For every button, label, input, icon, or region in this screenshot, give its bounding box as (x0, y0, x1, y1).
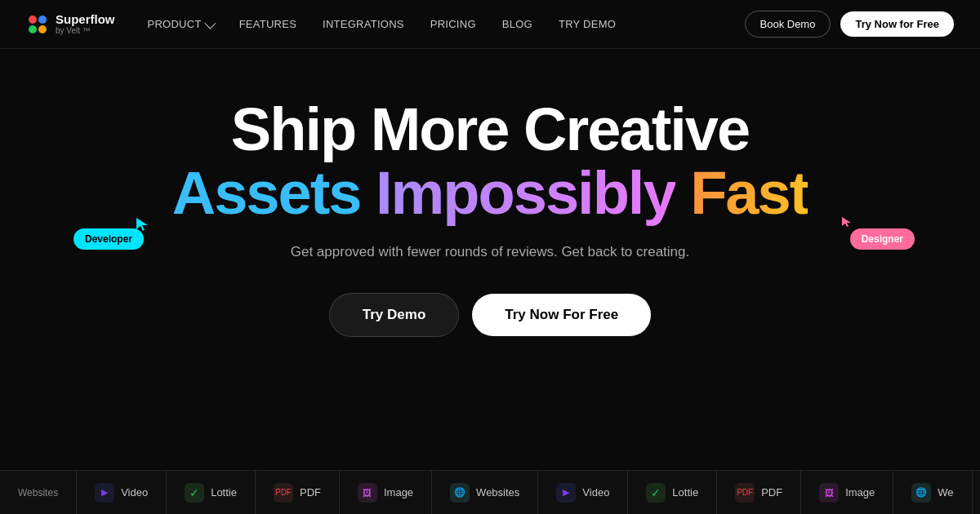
try-now-free-hero-button[interactable]: Try Now For Free (472, 294, 651, 336)
svg-point-2 (29, 25, 37, 33)
list-item: Websites (973, 471, 980, 515)
list-item: 🌐 Websites (432, 471, 538, 515)
nav-actions: Book Demo Try Now for Free (745, 11, 955, 38)
websites-icon: 🌐 (450, 483, 470, 503)
list-item: ▶ Video (538, 471, 628, 515)
image-icon: 🖼 (819, 483, 839, 503)
brand-sub: by Velt ™ (56, 26, 115, 35)
list-item: 🖼 Image (340, 471, 432, 515)
nav-try-demo[interactable]: TRY DEMO (559, 18, 616, 30)
logo[interactable]: Superflow by Velt ™ (26, 13, 115, 36)
list-item: Websites (0, 471, 77, 515)
hero-subtitle: Get approved with fewer rounds of review… (291, 241, 690, 263)
navbar: Superflow by Velt ™ PRODUCT FEATURES INT… (0, 0, 980, 49)
lottie-icon: ✓ (646, 483, 666, 503)
list-item: 🖼 Image (801, 471, 893, 515)
hero-word-impossibly: Impossibly (376, 159, 675, 227)
hero-word-assets: Assets (172, 159, 361, 227)
svg-point-1 (38, 16, 47, 24)
svg-marker-5 (842, 217, 851, 227)
list-item: ✓ Lottie (628, 471, 717, 515)
hero-buttons: Try Demo Try Now For Free (329, 293, 651, 337)
list-item: 🌐 We (893, 471, 972, 515)
svg-point-0 (29, 16, 37, 24)
list-item: PDF PDF (717, 471, 801, 515)
hero-section: Developer Designer Ship More Creative As… (0, 49, 980, 353)
video-icon: ▶ (95, 483, 114, 503)
nav-features[interactable]: FEATURES (239, 18, 296, 30)
book-demo-button[interactable]: Book Demo (745, 11, 831, 38)
brand-name: Superflow (56, 13, 115, 27)
svg-point-3 (38, 25, 47, 33)
chevron-down-icon (204, 17, 216, 29)
image-icon: 🖼 (358, 483, 377, 503)
marquee-strip: Websites ▶ Video ✓ Lottie PDF PDF 🖼 Imag… (0, 470, 980, 514)
nav-pricing[interactable]: PRICING (430, 18, 476, 30)
nav-integrations[interactable]: INTEGRATIONS (323, 18, 404, 30)
hero-title-line1: Ship More Creative (231, 98, 749, 162)
lottie-icon: ✓ (185, 483, 204, 503)
nav-product[interactable]: PRODUCT (148, 18, 213, 30)
try-demo-button[interactable]: Try Demo (329, 293, 459, 337)
designer-badge: Designer (850, 228, 915, 250)
hero-title-line2: Assets Impossibly Fast (172, 162, 808, 225)
list-item: PDF PDF (256, 471, 340, 515)
pdf-icon: PDF (274, 483, 293, 503)
marquee-inner: Websites ▶ Video ✓ Lottie PDF PDF 🖼 Imag… (0, 471, 980, 515)
list-item: ▶ Video (77, 471, 167, 515)
logo-icon (26, 13, 49, 36)
developer-badge: Developer (74, 228, 144, 250)
try-now-free-nav-button[interactable]: Try Now for Free (840, 11, 954, 37)
websites-icon-2: 🌐 (911, 483, 931, 503)
cursor-pink-icon (840, 215, 853, 228)
nav-blog[interactable]: BLOG (502, 18, 532, 30)
pdf-icon: PDF (735, 483, 755, 503)
hero-word-fast: Fast (690, 159, 808, 227)
nav-links: PRODUCT FEATURES INTEGRATIONS PRICING BL… (148, 18, 745, 30)
video-icon: ▶ (556, 483, 576, 503)
list-item: ✓ Lottie (167, 471, 256, 515)
